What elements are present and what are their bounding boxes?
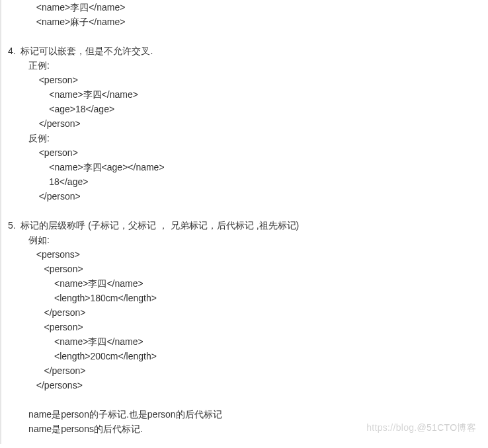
code-line: name是persons的后代标记. — [8, 422, 481, 436]
code-line: </persons> — [8, 378, 481, 392]
code-text-block: <name>李四</name> <name>麻子</name> 4. 标记可以嵌… — [0, 0, 488, 444]
code-line: <person> — [8, 73, 481, 87]
code-line: 反例: — [8, 131, 481, 145]
code-line — [8, 204, 481, 218]
code-line: <person> — [8, 145, 481, 160]
code-line: <name>李四</name> — [8, 276, 481, 291]
code-line: <age>18</age> — [8, 102, 481, 116]
code-line: name是person的子标记.也是person的后代标记 — [8, 407, 481, 422]
code-line: 例如: — [8, 233, 481, 247]
code-line: 正例: — [8, 58, 481, 73]
code-line — [8, 392, 481, 407]
code-line: <name>李四</name> — [8, 87, 481, 102]
code-line: <person> — [8, 320, 481, 334]
code-line: <name>麻子</name> — [8, 15, 481, 29]
code-line: 5. 标记的层级称呼 (子标记，父标记 ， 兄弟标记，后代标记 ,祖先标记) — [8, 218, 481, 233]
code-line: <length>180cm</length> — [8, 291, 481, 305]
code-line: </person> — [8, 363, 481, 378]
code-line: 4. 标记可以嵌套，但是不允许交叉. — [8, 44, 481, 58]
code-line: </person> — [8, 189, 481, 204]
code-line: </person> — [8, 116, 481, 131]
code-line: <person> — [8, 262, 481, 276]
code-line: <name>李四</name> — [8, 334, 481, 349]
code-line: <name>李四</name> — [8, 0, 481, 15]
code-line — [8, 29, 481, 44]
code-line: <length>200cm</length> — [8, 349, 481, 363]
code-line: <persons> — [8, 247, 481, 262]
code-line: </person> — [8, 305, 481, 320]
code-line: 18</age> — [8, 174, 481, 189]
code-line: <name>李四<age></name> — [8, 160, 481, 174]
